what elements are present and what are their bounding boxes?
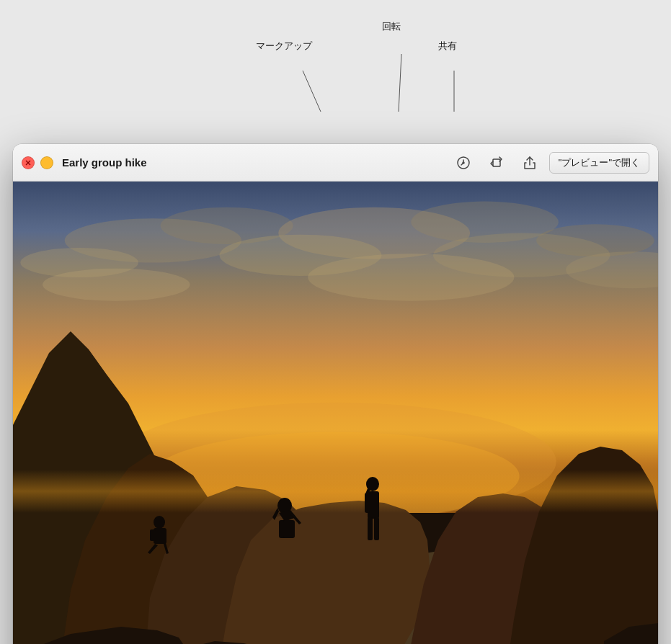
figure-standing <box>365 477 379 540</box>
quicklook-window: Early group hike <box>13 144 658 644</box>
share-button[interactable] <box>519 152 541 174</box>
svg-line-0 <box>303 71 321 112</box>
svg-point-6 <box>463 162 464 164</box>
figure-sitting <box>148 516 169 554</box>
svg-rect-31 <box>374 517 379 540</box>
svg-rect-23 <box>150 529 156 541</box>
markup-button[interactable] <box>453 152 474 174</box>
window-controls <box>22 156 53 169</box>
svg-point-21 <box>154 516 165 529</box>
figures-svg <box>13 309 658 644</box>
toolbar-icons <box>453 152 541 174</box>
photo-scene <box>13 182 658 644</box>
rotate-button[interactable] <box>486 152 507 174</box>
titlebar: Early group hike <box>13 144 658 182</box>
photo-content <box>13 182 658 644</box>
close-button[interactable] <box>22 156 35 169</box>
svg-rect-7 <box>493 159 500 166</box>
minimize-button[interactable] <box>40 156 53 169</box>
window-title: Early group hike <box>62 156 453 169</box>
svg-rect-29 <box>365 493 370 513</box>
svg-point-16 <box>43 269 190 301</box>
rotate-tooltip-label: 回転 <box>382 20 401 33</box>
svg-rect-30 <box>368 517 373 540</box>
figure-bending <box>272 498 301 538</box>
open-preview-button[interactable]: "プレビュー"で開く <box>549 152 649 174</box>
svg-line-1 <box>399 54 401 112</box>
share-tooltip-label: 共有 <box>438 40 457 53</box>
markup-tooltip-label: マークアップ <box>256 40 312 53</box>
svg-rect-26 <box>283 520 295 538</box>
svg-point-17 <box>308 254 514 300</box>
